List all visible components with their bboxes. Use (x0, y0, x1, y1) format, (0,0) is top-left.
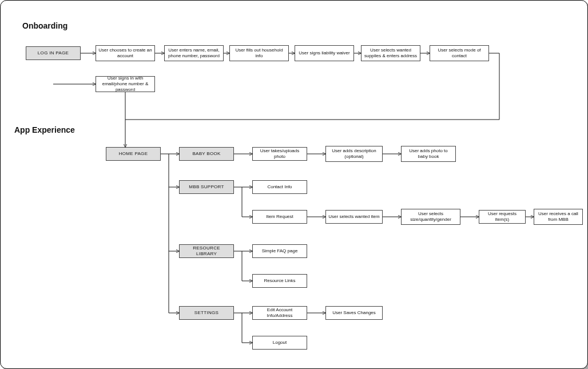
node-signin: User signs in with email/phone number & … (96, 76, 155, 92)
node-call-mbb: User receives a call from MBB (534, 209, 583, 225)
section-title-app-experience: App Experience (14, 125, 75, 134)
node-take-photo: User takes/uploads photo (252, 147, 307, 161)
node-create-account: User chooses to create an account (96, 45, 155, 61)
section-title-onboarding: Onboarding (22, 21, 67, 30)
node-select-sqg: User selects size/quantity/gender (401, 209, 460, 225)
node-add-description: User adds description (optional) (325, 146, 383, 162)
node-logout: Logout (252, 336, 307, 350)
diagram-panel: Onboarding App Experience LOG IN PAGE Us… (0, 0, 588, 369)
node-contact-info: Contact Info (252, 180, 307, 194)
node-resource-links: Resource Links (252, 274, 307, 288)
node-select-item: User selects wanted item (325, 210, 383, 224)
node-resource-library: RESOURCE LIBRARY (179, 244, 234, 258)
node-baby-book: BABY BOOK (179, 147, 234, 161)
node-home-page: HOME PAGE (106, 147, 161, 161)
node-login-page: LOG IN PAGE (26, 46, 81, 60)
node-save-changes: User Saves Changes (325, 306, 383, 320)
node-supplies-address: User selects wanted supplies & enters ad… (361, 45, 420, 61)
node-edit-account: Edit Account Info/Address (252, 306, 307, 320)
node-enter-details: User enters name, email, phone number, p… (164, 45, 224, 61)
node-household-info: User fills out household info (229, 45, 289, 61)
node-add-to-book: User adds photo to baby book (401, 146, 456, 162)
node-mode-of-contact: User selects mode of contact (430, 45, 489, 61)
node-request-items: User requests item(s) (479, 210, 526, 224)
node-mbb-support: MBB SUPPORT (179, 180, 234, 194)
node-liability-waiver: User signs liability waiver (295, 45, 354, 61)
node-item-request: Item Request (252, 210, 307, 224)
node-settings: SETTINGS (179, 306, 234, 320)
node-faq: Simple FAQ page (252, 244, 307, 258)
